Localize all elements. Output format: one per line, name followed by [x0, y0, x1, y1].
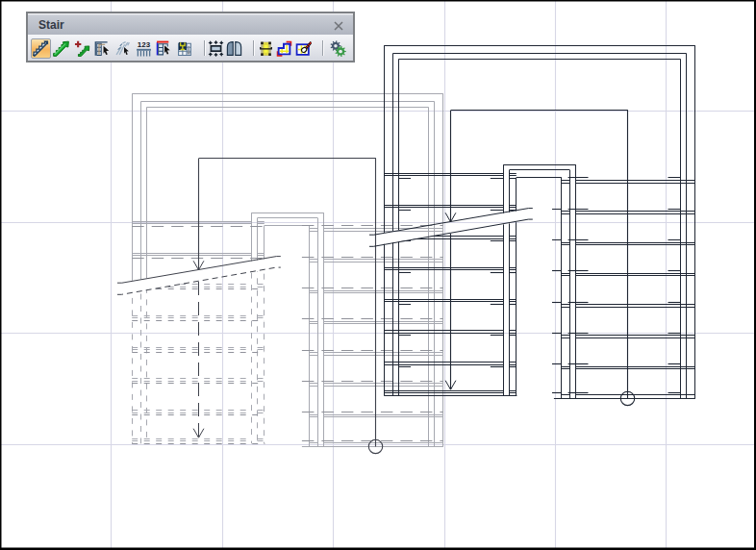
svg-text:123: 123 — [138, 40, 151, 49]
